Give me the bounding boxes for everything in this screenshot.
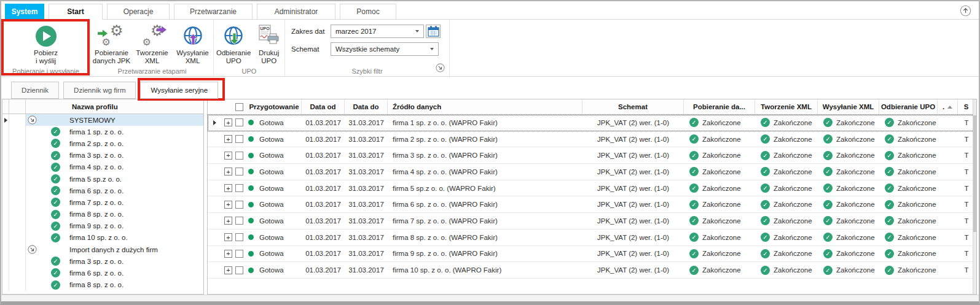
column-header-data-od[interactable]: Data od — [302, 99, 345, 114]
zakres-dat-combobox[interactable]: marzec 2017 — [331, 25, 424, 38]
grid-row[interactable]: Gotowa 01.03.2017 31.03.2017 firma 8 sp.… — [208, 230, 976, 246]
profile-row[interactable]: firma 7 sp. z o. o. — [2, 196, 203, 208]
profile-row[interactable]: firma 10 sp. z o. o. — [2, 232, 203, 244]
wysylanie-xml-button[interactable]: WysyłanieXML — [173, 21, 213, 65]
data-source: firma 1 sp. z o. o. (WAPRO Fakir) — [388, 115, 582, 131]
stage-status: Zakończone — [774, 152, 812, 159]
stage-status: Zakończone — [836, 185, 875, 192]
row-checkbox[interactable] — [235, 152, 243, 160]
row-checkbox[interactable] — [235, 118, 243, 126]
row-indicator — [2, 232, 9, 244]
expand-row-button[interactable] — [224, 250, 232, 258]
done-check-icon — [761, 216, 770, 225]
ribbon-tab-pomoc[interactable]: Pomoc — [340, 4, 396, 20]
row-checkbox[interactable] — [235, 135, 243, 143]
row-checkbox[interactable] — [235, 217, 243, 225]
grid-row[interactable]: Gotowa 01.03.2017 31.03.2017 firma 3 sp.… — [208, 147, 976, 164]
expand-row-button[interactable] — [224, 233, 232, 241]
vertical-scrollbar[interactable] — [973, 99, 976, 294]
sorted-cell — [938, 213, 958, 229]
stage-status: Zakończone — [898, 185, 936, 192]
ribbon-tab-system[interactable]: System — [5, 4, 44, 20]
grid-row[interactable]: Gotowa 01.03.2017 31.03.2017 firma 1 sp.… — [208, 115, 976, 131]
profile-row[interactable]: firma 2 sp. z o. o. — [2, 137, 203, 149]
grid-row[interactable]: Gotowa 01.03.2017 31.03.2017 firma 5 sp.… — [208, 180, 976, 197]
expand-row-button[interactable] — [224, 118, 232, 126]
profile-row[interactable]: firma 4 sp. z o. o. — [2, 161, 203, 173]
horizontal-scrollbar-strip[interactable] — [1, 295, 979, 301]
profile-row[interactable]: firma 1 sp. z o. o. — [2, 126, 203, 137]
row-checkbox[interactable] — [235, 168, 243, 176]
ribbon-tab-administrator[interactable]: Administrator — [257, 4, 335, 20]
schemat-combobox[interactable]: Wszystkie schematy — [331, 42, 439, 56]
pobieranie-danych-jpk-button[interactable]: Pobieraniedanych JPK — [92, 21, 132, 65]
schema: JPK_VAT (2) wer. (1-0) — [582, 246, 684, 262]
select-all-checkbox[interactable] — [235, 103, 243, 111]
profile-row[interactable]: firma 9 sp. z o. o. — [2, 220, 203, 232]
grid-row[interactable]: Gotowa 01.03.2017 31.03.2017 firma 9 sp.… — [208, 246, 976, 263]
calendar-picker-button[interactable] — [426, 25, 441, 38]
profile-row[interactable]: firma 5 sp.z o. o. — [2, 173, 203, 185]
profile-row[interactable]: SYSTEMOWY — [2, 114, 203, 126]
grid-row[interactable]: Gotowa 01.03.2017 31.03.2017 firma 10 sp… — [208, 262, 976, 279]
row-checkbox[interactable] — [235, 266, 243, 274]
column-header-nazwa-profilu[interactable]: Nazwa profilu — [26, 99, 203, 114]
expand-row-button[interactable] — [224, 266, 232, 274]
expand-row-button[interactable] — [224, 184, 232, 192]
column-header-przygotowanie[interactable]: Przygotowanie — [221, 99, 302, 114]
column-header-tworzenie-xml[interactable]: Tworzenie XML — [755, 99, 818, 114]
status-check-icon — [51, 163, 60, 172]
grid-row[interactable]: Gotowa 01.03.2017 31.03.2017 firma 7 sp.… — [208, 213, 976, 230]
profile-name: firma 2 sp. z o. o. — [69, 140, 123, 147]
sorted-cell — [938, 246, 958, 262]
profile-row[interactable]: Import danych z dużych firm — [2, 244, 203, 255]
profile-name: Import danych z dużych firm — [69, 246, 158, 253]
gears-arrow-in-icon — [100, 25, 123, 48]
profile-row[interactable]: firma 8 sp. z o. o. — [2, 209, 203, 220]
scrollbar-thumb[interactable] — [973, 115, 976, 232]
date-from: 01.03.2017 — [302, 131, 345, 147]
column-header-wysylanie-xml[interactable]: Wysyłanie XML — [818, 99, 879, 114]
ribbon-tab-przetwarzanie[interactable]: Przetwarzanie — [174, 4, 253, 20]
profile-row[interactable]: firma 6 sp. z o. o. — [2, 185, 203, 196]
expand-row-button[interactable] — [224, 168, 232, 176]
drukuj-upo-button[interactable]: UPO DrukujUPO — [253, 21, 284, 65]
expand-row-button[interactable] — [224, 201, 232, 209]
collapse-ribbon-icon[interactable] — [960, 5, 971, 17]
row-checkbox[interactable] — [235, 250, 243, 258]
grid-row[interactable]: Gotowa 01.03.2017 31.03.2017 firma 6 sp.… — [208, 196, 976, 213]
row-checkbox[interactable] — [235, 184, 243, 192]
column-header-data-do[interactable]: Data do — [345, 99, 388, 114]
tab-dziennik[interactable]: Dziennik — [11, 82, 59, 99]
row-pointer-icon — [4, 118, 7, 123]
column-header-schemat[interactable]: Schemat — [582, 99, 684, 114]
grid-row[interactable]: Gotowa 01.03.2017 31.03.2017 firma 2 sp.… — [208, 131, 976, 148]
profile-row[interactable]: firma 3 sp. z o. o. — [2, 150, 203, 161]
column-header-sorted[interactable]: . — [938, 99, 958, 114]
odbieranie-upo-button[interactable]: OdbieranieUPO — [214, 21, 253, 65]
row-checkbox[interactable] — [235, 233, 243, 241]
column-header-pobieranie-danych[interactable]: Pobieranie da... — [684, 99, 755, 114]
grid-row[interactable]: Gotowa 01.03.2017 31.03.2017 firma 4 sp.… — [208, 164, 976, 180]
ribbon-tab-operacje[interactable]: Operacje — [107, 4, 170, 20]
status-check-icon — [51, 198, 60, 207]
column-header-zrodlo-danych[interactable]: Źródło danych — [388, 99, 582, 114]
dialog-launcher-icon[interactable] — [436, 63, 445, 75]
row-indicator — [208, 147, 221, 163]
column-header-odbieranie-upo[interactable]: Odbieranie UPO — [879, 99, 938, 114]
profile-row[interactable]: firma 3 sp. z o. o. — [2, 255, 203, 267]
row-expand-cell — [9, 232, 26, 244]
row-checkbox[interactable] — [235, 201, 243, 209]
expand-row-button[interactable] — [224, 135, 232, 143]
pobierz-i-wyslij-button[interactable]: Pobierzi wyślij — [1, 21, 90, 65]
tworzenie-xml-button[interactable]: TworzenieXML — [132, 21, 173, 65]
ribbon-tab-start[interactable]: Start — [49, 4, 103, 20]
tab-dziennik-wg-firm[interactable]: Dziennik wg firm — [63, 82, 136, 99]
tab-wysylanie-seryjne[interactable]: Wysyłanie seryjne — [140, 82, 218, 99]
expand-row-button[interactable] — [224, 152, 232, 160]
profile-row[interactable]: firma 8 sp. z o. o. — [2, 279, 203, 291]
status-check-icon — [51, 174, 60, 183]
expand-row-button[interactable] — [224, 217, 232, 225]
profile-row[interactable]: firma 6 sp. z o. o. — [2, 267, 203, 279]
stage-status: Zakończone — [702, 217, 741, 225]
